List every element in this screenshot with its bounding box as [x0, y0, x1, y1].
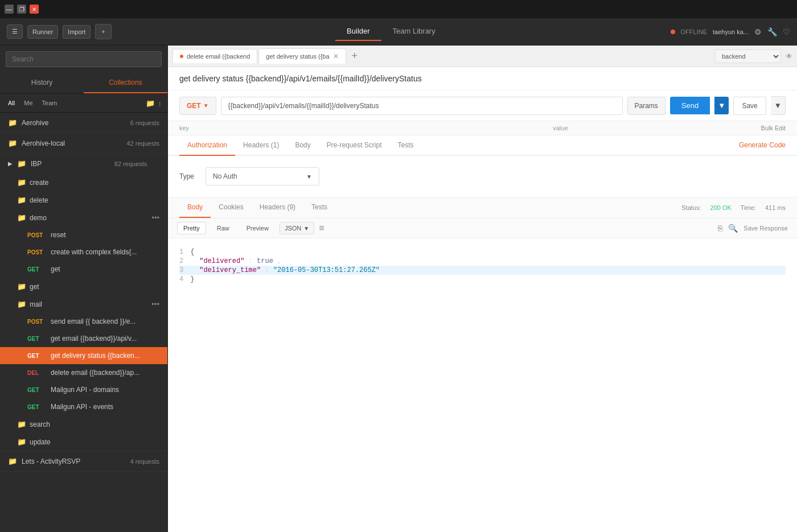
json-key: "delivered": [199, 257, 244, 265]
tab-headers[interactable]: Headers (1): [235, 135, 287, 156]
collection-aerohive[interactable]: 📁 Aerohive 6 requests: [0, 113, 167, 133]
runner-button[interactable]: Runner: [27, 25, 58, 39]
folder-update[interactable]: 📁 update: [0, 433, 167, 451]
new-folder-icon[interactable]: 📁: [146, 99, 155, 108]
url-input[interactable]: [221, 97, 623, 115]
method-badge: POST: [27, 319, 47, 325]
search-input[interactable]: [6, 51, 162, 67]
tab-get-delivery[interactable]: get delivery status ({ba ✕: [258, 48, 346, 64]
status-dot: [671, 30, 675, 34]
format-raw-button[interactable]: Raw: [211, 222, 236, 234]
add-tab-button[interactable]: +: [347, 48, 363, 64]
format-preview-button[interactable]: Preview: [240, 222, 275, 234]
folder-name: create: [30, 179, 159, 187]
tab-history[interactable]: History: [0, 73, 84, 93]
wrap-icon[interactable]: ≡: [319, 223, 324, 233]
new-tab-button[interactable]: ＋: [95, 24, 112, 39]
wrench-icon[interactable]: 🔧: [767, 27, 777, 36]
more-icon[interactable]: •••: [151, 300, 159, 308]
generate-code-link[interactable]: Generate Code: [739, 141, 786, 149]
request-get-delivery-status[interactable]: GET get delivery status {{backen...: [0, 347, 167, 364]
tab-close-icon[interactable]: ✕: [333, 52, 339, 60]
json-sep: :: [265, 266, 273, 274]
request-get-mailgun-events[interactable]: GET Mailgun API - events: [0, 398, 167, 415]
user-label[interactable]: taehyun ka...: [713, 28, 749, 35]
tab-team-library[interactable]: Team Library: [381, 22, 447, 41]
folder-icon: 📁: [17, 159, 26, 168]
time-label: Time:: [741, 204, 756, 211]
copy-icon[interactable]: ⎘: [718, 224, 722, 233]
tab-body[interactable]: Body: [287, 135, 318, 156]
folder-icon: 📁: [17, 213, 26, 222]
response-tab-headers[interactable]: Headers (9): [252, 197, 303, 218]
tab-pre-request-script[interactable]: Pre-request Script: [319, 135, 390, 156]
method-select[interactable]: GET ▼: [179, 97, 216, 115]
request-post-create[interactable]: POST create with complex fields{...: [0, 244, 167, 261]
request-post-send-email[interactable]: POST send email {{ backend }}/e...: [0, 313, 167, 330]
sort-icon[interactable]: ↕: [158, 99, 162, 108]
save-button[interactable]: Save: [733, 97, 766, 115]
tab-builder[interactable]: Builder: [335, 22, 381, 41]
chevron-down-icon: ▼: [203, 102, 209, 109]
folder-search[interactable]: 📁 search: [0, 415, 167, 433]
folder-icon: 📁: [17, 282, 26, 291]
send-dropdown-button[interactable]: ▼: [714, 97, 729, 114]
json-content: "delivery_time" : "2016-05-30T13:51:27.2…: [199, 266, 380, 274]
import-button[interactable]: Import: [63, 25, 91, 39]
settings-icon[interactable]: ⚙: [754, 27, 762, 36]
close-button[interactable]: ✕: [30, 5, 39, 14]
heart-icon[interactable]: ♡: [783, 27, 790, 36]
method-badge: GET: [27, 353, 47, 359]
title-bar: — ❐ ✕: [0, 0, 797, 18]
folder-delete[interactable]: 📁 delete: [0, 191, 167, 209]
search-response-icon[interactable]: 🔍: [728, 224, 738, 233]
response-status: Status: 200 OK Time: 411 ms: [681, 204, 786, 211]
format-type-select[interactable]: JSON ▼: [280, 222, 314, 234]
more-icon[interactable]: •••: [151, 213, 159, 222]
save-dropdown-button[interactable]: ▼: [771, 96, 786, 115]
json-content: "delivered" : true ,: [199, 257, 281, 265]
request-get-email[interactable]: GET get email {{backend}}/api/v...: [0, 330, 167, 347]
json-line-2: 2 "delivered" : true ,: [179, 257, 786, 266]
line-number: 3: [179, 266, 183, 274]
minimize-button[interactable]: —: [5, 5, 14, 14]
request-get-mailgun-domains[interactable]: GET Mailgun API - domains: [0, 381, 167, 398]
tab-collections[interactable]: Collections: [84, 73, 167, 93]
bulk-edit-button[interactable]: Bulk Edit: [761, 125, 786, 131]
folder-name: delete: [30, 196, 159, 204]
folder-demo[interactable]: 📁 demo •••: [0, 209, 167, 226]
auth-type-select[interactable]: No Auth ▼: [206, 167, 319, 185]
environment-select[interactable]: backend No Environment: [714, 50, 781, 63]
params-button[interactable]: Params: [627, 97, 665, 115]
folder-get[interactable]: 📁 get: [0, 278, 167, 295]
tab-delete-email[interactable]: delete email ({backend: [172, 49, 257, 63]
filter-me[interactable]: Me: [22, 98, 35, 108]
maximize-button[interactable]: ❐: [17, 5, 26, 14]
response-tab-body[interactable]: Body: [179, 197, 211, 218]
chevron-down-icon: ▼: [303, 225, 309, 232]
folder-create[interactable]: 📁 create: [0, 174, 167, 191]
collection-aerohive-local[interactable]: 📁 Aerohive-local 42 requests: [0, 133, 167, 154]
response-tab-tests[interactable]: Tests: [303, 197, 335, 218]
collection-ibp-header[interactable]: ▶ 📁 IBP 82 requests •••: [0, 154, 167, 174]
request-title: get delivery status {{backend}}/api/v1/e…: [168, 67, 797, 90]
collection-lets-activityrsvp[interactable]: 📁 Lets - ActivityRSVP 4 requests: [0, 451, 167, 472]
request-section-tabs: Authorization Headers (1) Body Pre-reque…: [168, 135, 797, 156]
response-tab-cookies[interactable]: Cookies: [211, 197, 251, 218]
send-button[interactable]: Send: [670, 97, 710, 114]
eye-icon[interactable]: 👁: [786, 52, 792, 60]
save-response-button[interactable]: Save Response: [743, 225, 788, 232]
filter-team[interactable]: Team: [40, 98, 60, 108]
tab-label: get delivery status ({ba: [266, 53, 329, 60]
tab-tests[interactable]: Tests: [389, 135, 421, 156]
request-post-reset[interactable]: POST reset: [0, 226, 167, 244]
tab-authorization[interactable]: Authorization: [179, 135, 235, 156]
sidebar-toggle-button[interactable]: ☰: [7, 24, 23, 39]
request-del-email[interactable]: DEL delete email {{backend}}/ap...: [0, 364, 167, 381]
folder-mail[interactable]: 📁 mail •••: [0, 295, 167, 313]
format-pretty-button[interactable]: Pretty: [177, 222, 206, 234]
sidebar-list: 📁 Aerohive 6 requests 📁 Aerohive-local 4…: [0, 113, 167, 532]
request-get-get[interactable]: GET get: [0, 261, 167, 278]
filter-all[interactable]: All: [6, 98, 17, 108]
request-name: create with complex fields{...: [51, 248, 159, 256]
